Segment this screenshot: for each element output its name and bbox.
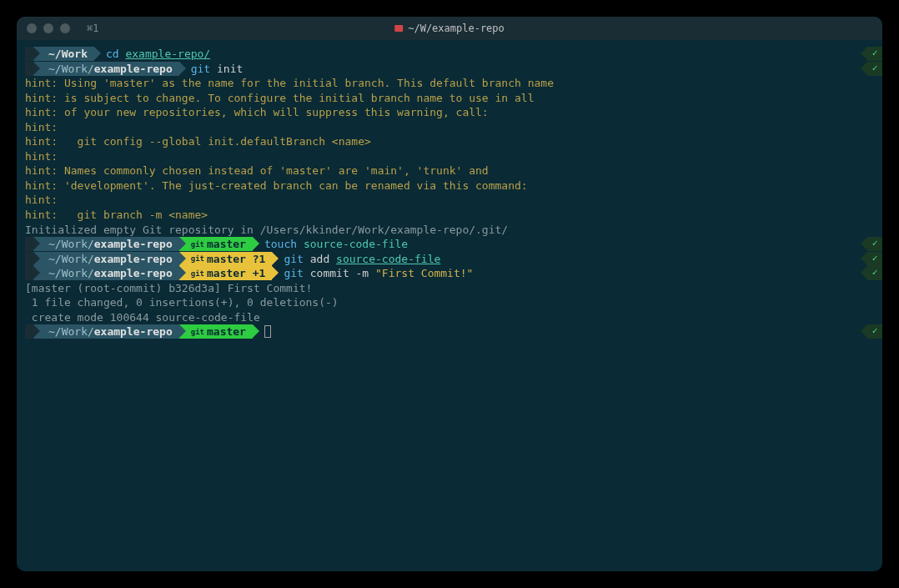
titlebar: ⌘1 ~/W/example-repo	[17, 17, 882, 40]
commit-output: 1 file changed, 0 insertions(+), 0 delet…	[17, 295, 882, 310]
cursor[interactable]	[264, 325, 271, 338]
init-output: Initialized empty Git repository in /Use…	[17, 223, 882, 238]
status-check-icon: ✓	[867, 47, 882, 61]
window-title: ~/W/example-repo	[394, 23, 505, 34]
tab-label[interactable]: ⌘1	[87, 23, 98, 34]
terminal-window: ⌘1 ~/W/example-repo ~/Work cd example-re…	[17, 17, 882, 571]
traffic-lights	[27, 23, 70, 33]
branch-name: master	[207, 237, 246, 252]
status-check-icon: ✓	[867, 252, 882, 266]
hint-output: hint: git branch -m <name>	[17, 208, 882, 223]
os-segment	[25, 62, 33, 76]
close-button[interactable]	[27, 23, 37, 33]
maximize-button[interactable]	[60, 23, 70, 33]
hint-output: hint:	[17, 149, 882, 164]
git-icon: git	[191, 269, 204, 279]
status-check-icon: ✓	[867, 62, 882, 76]
prompt-line: ~/Work cd example-repo/ ✓	[17, 47, 882, 62]
os-segment	[25, 252, 33, 266]
path-segment: ~/Work/example-repo	[33, 252, 179, 266]
path-text: ~/Work/example-repo	[48, 237, 173, 252]
git-icon: git	[191, 254, 204, 264]
branch-name: master ?1	[207, 252, 265, 267]
branch-segment: gitmaster	[179, 324, 253, 339]
branch-segment: gitmaster	[179, 237, 253, 251]
minimize-button[interactable]	[43, 23, 53, 33]
command: git init	[191, 62, 244, 77]
path-segment: ~/Work/example-repo	[33, 62, 179, 76]
path-segment: ~/Work/example-repo	[33, 324, 179, 339]
prompt-line: ~/Work/example-repo gitmaster ?1 git add…	[17, 252, 882, 267]
branch-segment: gitmaster +1	[179, 266, 273, 280]
status-check-icon: ✓	[867, 237, 882, 251]
os-segment	[25, 266, 33, 280]
os-segment	[25, 324, 33, 339]
git-icon: git	[191, 327, 204, 337]
command: touch source-code-file	[264, 237, 408, 252]
command: git add source-code-file	[284, 252, 440, 267]
status-check-icon: ✓	[867, 266, 882, 280]
hint-output: hint: Using 'master' as the name for the…	[17, 76, 882, 91]
path-text: ~/Work/example-repo	[48, 324, 173, 339]
prompt-line: ~/Work/example-repo gitmaster +1 git com…	[17, 266, 882, 281]
branch-segment: gitmaster ?1	[179, 252, 273, 266]
prompt-line: ~/Work/example-repo gitmaster touch sour…	[17, 237, 882, 252]
commit-output: create mode 100644 source-code-file	[17, 310, 882, 325]
hint-output: hint: git config --global init.defaultBr…	[17, 134, 882, 149]
commit-output: [master (root-commit) b326d3a] First Com…	[17, 281, 882, 296]
hint-output: hint: 'development'. The just-created br…	[17, 178, 882, 193]
command: cd example-repo/	[106, 47, 210, 62]
folder-icon	[394, 25, 403, 32]
path-text: ~/Work/example-repo	[48, 62, 173, 77]
terminal-content[interactable]: ~/Work cd example-repo/ ✓ ~/Work/example…	[17, 40, 882, 345]
path-text: ~/Work	[48, 47, 88, 62]
hint-output: hint:	[17, 120, 882, 135]
path-segment: ~/Work/example-repo	[33, 266, 179, 280]
prompt-line-current: ~/Work/example-repo gitmaster ✓	[17, 324, 882, 339]
path-segment: ~/Work	[33, 47, 94, 61]
hint-output: hint: Names commonly chosen instead of '…	[17, 163, 882, 178]
status-check-icon: ✓	[867, 324, 882, 339]
command: git commit -m "First Commit!"	[284, 266, 473, 281]
os-segment	[25, 237, 33, 251]
prompt-line: ~/Work/example-repo git init ✓	[17, 62, 882, 77]
path-text: ~/Work/example-repo	[48, 266, 173, 281]
branch-name: master	[207, 324, 246, 339]
git-icon: git	[191, 239, 204, 249]
os-segment	[25, 47, 33, 61]
path-segment: ~/Work/example-repo	[33, 237, 179, 251]
hint-output: hint: is subject to change. To configure…	[17, 91, 882, 106]
path-text: ~/Work/example-repo	[48, 252, 173, 267]
hint-output: hint: of your new repositories, which wi…	[17, 105, 882, 120]
title-text: ~/W/example-repo	[408, 23, 505, 34]
hint-output: hint:	[17, 193, 882, 208]
branch-name: master +1	[207, 266, 265, 281]
